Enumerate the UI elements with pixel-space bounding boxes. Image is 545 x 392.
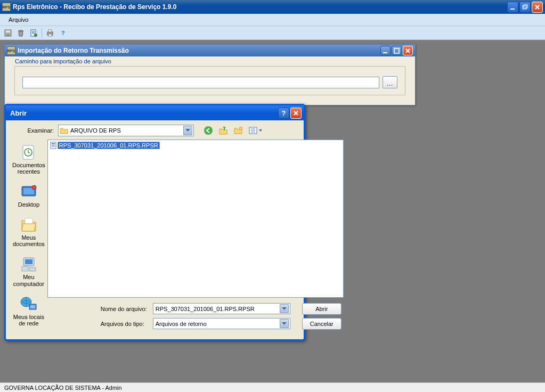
svg-rect-29 bbox=[29, 267, 36, 271]
svg-rect-11 bbox=[48, 30, 52, 32]
nav-up-button[interactable] bbox=[217, 125, 229, 136]
main-titlebar: RPS Rps Eletrônico - Recibo de Prestação… bbox=[0, 0, 545, 14]
nav-back-button[interactable] bbox=[202, 125, 214, 136]
app-icon: RPS bbox=[2, 3, 11, 11]
file-list[interactable]: RPS_307031_201006_01.RPS.RPSR bbox=[47, 140, 344, 298]
place-mydocs-label: Meus documentos bbox=[12, 234, 45, 247]
import-close-button[interactable] bbox=[403, 46, 413, 55]
statusbar-text: GOVERNA LOCAÇÃO DE SISTEMA - Admin bbox=[4, 385, 122, 391]
import-titlebar: RPS Importação do Retorno Transmissão bbox=[5, 45, 415, 56]
svg-rect-0 bbox=[510, 9, 515, 10]
import-maximize-button[interactable] bbox=[392, 46, 402, 55]
svg-point-24 bbox=[32, 185, 36, 190]
file-icon bbox=[49, 141, 58, 150]
open-dialog: Abrir ? Examinar: ARQUIVO DE RPS bbox=[4, 104, 305, 341]
svg-rect-2 bbox=[524, 5, 527, 8]
menubar: Arquivo bbox=[0, 14, 545, 26]
toolbar-save-button[interactable] bbox=[2, 27, 14, 39]
filetype-combo[interactable]: Arquivos de retorno bbox=[153, 318, 290, 329]
svg-rect-5 bbox=[6, 34, 10, 36]
nav-newfolder-button[interactable] bbox=[232, 125, 244, 136]
browse-button[interactable]: ... bbox=[383, 76, 397, 88]
svg-rect-17 bbox=[224, 128, 225, 130]
close-button[interactable] bbox=[532, 2, 543, 13]
toolbar-help-button[interactable]: ? bbox=[57, 27, 69, 39]
svg-point-16 bbox=[204, 126, 213, 135]
menu-arquivo[interactable]: Arquivo bbox=[4, 15, 32, 24]
toolbar-print-button[interactable] bbox=[44, 27, 56, 39]
toolbar-separator bbox=[42, 28, 42, 38]
filetype-value: Arquivos de retorno bbox=[154, 321, 280, 327]
svg-rect-32 bbox=[30, 305, 35, 308]
content-area: RPS Importação do Retorno Transmissão Ca… bbox=[0, 40, 545, 382]
computer-icon bbox=[20, 256, 38, 273]
svg-rect-15 bbox=[394, 48, 399, 53]
open-titlebar: Abrir ? bbox=[6, 105, 304, 120]
desktop-icon bbox=[20, 183, 38, 200]
svg-rect-27 bbox=[25, 259, 32, 264]
place-recent[interactable]: Documentos recentes bbox=[11, 142, 46, 177]
minimize-button[interactable] bbox=[507, 2, 518, 13]
places-bar: Documentos recentes Desktop Meus documen… bbox=[10, 140, 47, 335]
svg-rect-28 bbox=[22, 266, 28, 271]
file-item[interactable]: RPS_307031_201006_01.RPS.RPSR bbox=[49, 141, 342, 150]
combo-dropdown-icon[interactable] bbox=[183, 126, 192, 135]
svg-rect-34 bbox=[52, 143, 55, 144]
filename-dropdown-icon[interactable] bbox=[280, 304, 289, 313]
filename-label: Nome do arquivo: bbox=[101, 306, 151, 312]
svg-rect-14 bbox=[383, 52, 387, 53]
svg-rect-12 bbox=[48, 34, 52, 36]
import-title: Importação do Retorno Transmissão bbox=[18, 47, 380, 54]
place-network-label: Meus locais de rede bbox=[12, 314, 45, 326]
look-in-label: Examinar: bbox=[23, 127, 56, 134]
main-title: Rps Eletrônico - Recibo de Prestação de … bbox=[13, 3, 507, 11]
look-in-value: ARQUIVO DE RPS bbox=[70, 127, 183, 134]
mydocs-icon bbox=[20, 216, 38, 233]
import-path-input[interactable] bbox=[22, 77, 379, 88]
toolbar-delete-button[interactable] bbox=[15, 27, 27, 39]
open-close-button[interactable] bbox=[290, 108, 302, 119]
open-dialog-title: Abrir bbox=[8, 109, 278, 117]
svg-point-9 bbox=[34, 34, 37, 37]
place-desktop-label: Desktop bbox=[18, 201, 39, 208]
svg-rect-7 bbox=[20, 30, 22, 30]
restore-button[interactable] bbox=[519, 2, 531, 13]
svg-text:?: ? bbox=[61, 30, 65, 36]
place-desktop[interactable]: Desktop bbox=[11, 181, 46, 210]
help-button[interactable]: ? bbox=[278, 108, 289, 119]
statusbar: GOVERNA LOCAÇÃO DE SISTEMA - Admin bbox=[0, 382, 545, 392]
import-icon: RPS bbox=[7, 46, 15, 55]
filename-combo[interactable]: RPS_307031_201006_01.RPS.RPSR bbox=[153, 303, 290, 314]
svg-rect-4 bbox=[6, 30, 10, 32]
svg-rect-1 bbox=[523, 6, 526, 9]
place-network[interactable]: Meus locais de rede bbox=[11, 293, 46, 329]
filetype-dropdown-icon[interactable] bbox=[280, 319, 289, 328]
import-legend: Caminho para importação de arquivo bbox=[15, 58, 111, 64]
nav-views-button[interactable] bbox=[247, 125, 264, 136]
toolbar: ? bbox=[0, 26, 545, 40]
network-icon bbox=[20, 296, 38, 313]
open-button[interactable]: Abrir bbox=[302, 303, 341, 315]
place-mycomputer[interactable]: Meu computador bbox=[11, 254, 46, 289]
folder-icon bbox=[60, 127, 68, 134]
filename-value: RPS_307031_201006_01.RPS.RPSR bbox=[154, 306, 280, 312]
import-minimize-button[interactable] bbox=[380, 46, 391, 55]
place-mycomputer-label: Meu computador bbox=[12, 274, 45, 287]
import-window: RPS Importação do Retorno Transmissão Ca… bbox=[4, 44, 416, 105]
file-name: RPS_307031_201006_01.RPS.RPSR bbox=[58, 142, 160, 149]
cancel-button[interactable]: Cancelar bbox=[302, 318, 341, 330]
look-in-combo[interactable]: ARQUIVO DE RPS bbox=[58, 125, 194, 136]
place-mydocs[interactable]: Meus documentos bbox=[11, 214, 46, 249]
filetype-label: Arquivos do tipo: bbox=[101, 321, 151, 327]
toolbar-refresh-button[interactable] bbox=[28, 27, 39, 39]
place-recent-label: Documentos recentes bbox=[12, 162, 45, 175]
svg-rect-6 bbox=[18, 30, 23, 31]
recent-docs-icon bbox=[20, 144, 38, 161]
